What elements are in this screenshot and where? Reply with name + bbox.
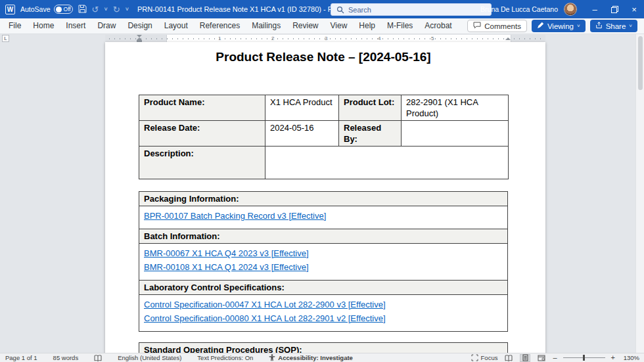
ruler-bar: 1 2 3 4 5: [105, 35, 545, 42]
scrollbar-thumb[interactable]: [638, 36, 643, 90]
autosave-control: AutoSave Off: [20, 5, 73, 14]
share-caret-icon: ˅: [629, 23, 632, 29]
document-page[interactable]: Product Release Note – [2024-05-16] Prod…: [105, 42, 545, 353]
vertical-scrollbar[interactable]: [635, 34, 644, 353]
proofing-book-icon[interactable]: [94, 355, 102, 361]
ribbon-tabs: File Home Insert Draw Design Layout Refe…: [0, 18, 458, 34]
tab-insert[interactable]: Insert: [60, 18, 91, 34]
comments-button[interactable]: Comments: [467, 20, 527, 32]
comments-button-label: Comments: [484, 22, 521, 30]
read-mode-button[interactable]: [503, 354, 514, 362]
section-heading-sop: Standard Operating Procedures (SOP):: [139, 343, 508, 353]
description-value: [265, 147, 509, 179]
tab-help[interactable]: Help: [353, 18, 381, 34]
table-row: BMR-00067 X1 HCA Q4 2023 v3 [Effective] …: [139, 244, 508, 281]
table-row: Packaging Information:: [139, 192, 508, 206]
word-count[interactable]: 85 words: [53, 354, 79, 361]
product-name-label: Product Name:: [139, 95, 265, 121]
minimize-icon: –: [592, 5, 597, 14]
table-row: Description:: [139, 147, 509, 179]
undo-caret-icon[interactable]: ˅: [104, 7, 107, 12]
tab-m-files[interactable]: M-Files: [381, 18, 419, 34]
accessibility-status[interactable]: Accessibility: Investigate: [269, 354, 353, 361]
status-bar-left: Page 1 of 1 85 words English (United Sta…: [0, 354, 369, 361]
doc-link[interactable]: Control Specification-00047 X1 HCA Lot 2…: [144, 298, 386, 311]
zoom-slider[interactable]: [563, 357, 605, 358]
zoom-level[interactable]: 130%: [621, 354, 639, 361]
product-info-table: Product Name: X1 HCA Product Product Lot…: [139, 95, 509, 179]
right-indent-marker[interactable]: [505, 37, 511, 40]
close-button[interactable]: ×: [624, 0, 644, 18]
print-layout-button[interactable]: [520, 354, 530, 362]
share-button-label: Share: [606, 22, 626, 30]
ruler-tab-glyph: L: [4, 36, 7, 41]
section-heading-batch: Batch Information:: [139, 229, 508, 244]
title-bar: W AutoSave Off ↺ ˅ ↻ ˅ PRN-00141 Product…: [0, 0, 644, 18]
restore-button[interactable]: [605, 0, 624, 18]
ribbon-tab-row: File Home Insert Draw Design Layout Refe…: [0, 18, 644, 34]
comment-bubble-icon: [473, 22, 481, 30]
minimize-button[interactable]: –: [585, 0, 605, 18]
doc-link[interactable]: Control Specification-00080 X1 HCA Lot 2…: [144, 311, 386, 325]
product-name-value: X1 HCA Product: [265, 95, 339, 121]
doc-link[interactable]: BMR-00067 X1 HCA Q4 2023 v3 [Effective]: [144, 246, 309, 260]
viewing-mode-button[interactable]: Viewing ˅: [532, 20, 586, 32]
viewing-button-label: Viewing: [547, 22, 574, 30]
release-links-table: Packaging Information: BPR-00107 Batch P…: [139, 191, 508, 332]
tab-file[interactable]: File: [3, 18, 27, 34]
zoom-in-button[interactable]: +: [611, 354, 615, 361]
title-bar-right: Bruna De Lucca Caetano – ×: [480, 0, 644, 18]
ruler-tab-selector[interactable]: L: [2, 35, 9, 42]
restore-icon: [611, 6, 618, 13]
redo-icon[interactable]: ↻: [113, 5, 120, 14]
undo-icon[interactable]: ↺: [92, 5, 99, 14]
sop-table: Standard Operating Procedures (SOP): SOP…: [139, 342, 508, 353]
table-row: Standard Operating Procedures (SOP):: [139, 343, 508, 353]
product-lot-value: 282-2901 (X1 HCA Product): [402, 95, 509, 121]
tab-layout[interactable]: Layout: [158, 18, 194, 34]
section-links-packaging: BPR-00107 Batch Packing Record v3 [Effec…: [139, 206, 508, 229]
ruler-number: 5: [431, 35, 434, 42]
zoom-slider-thumb[interactable]: [583, 355, 585, 361]
autosave-toggle-state: Off: [64, 7, 71, 12]
tab-draw[interactable]: Draw: [91, 18, 122, 34]
focus-mode-button[interactable]: Focus: [471, 354, 498, 361]
status-bar: Page 1 of 1 85 words English (United Sta…: [0, 353, 644, 362]
tab-acrobat[interactable]: Acrobat: [419, 18, 457, 34]
text-predictions[interactable]: Text Predictions: On: [197, 354, 253, 361]
zoom-out-button[interactable]: –: [553, 354, 557, 361]
word-app-icon[interactable]: W: [5, 5, 15, 14]
pen-icon: [537, 22, 544, 30]
web-layout-button[interactable]: [536, 354, 547, 362]
search-input[interactable]: [348, 6, 470, 14]
autosave-toggle[interactable]: Off: [54, 5, 73, 14]
tab-references[interactable]: References: [194, 18, 246, 34]
tab-mailings[interactable]: Mailings: [246, 18, 287, 34]
tab-review[interactable]: Review: [287, 18, 324, 34]
section-links-lab-specs: Control Specification-00047 X1 HCA Lot 2…: [139, 295, 508, 332]
page-count[interactable]: Page 1 of 1: [5, 354, 37, 361]
search-bar[interactable]: [331, 3, 492, 16]
doc-link[interactable]: BMR-00108 X1 HCA Q1 2024 v3 [Effective]: [144, 260, 309, 274]
doc-link[interactable]: BPR-00107 Batch Packing Record v3 [Effec…: [144, 209, 326, 223]
quick-access-toolbar: W AutoSave Off ↺ ˅ ↻ ˅: [0, 5, 129, 14]
tab-view[interactable]: View: [325, 18, 354, 34]
section-heading-packaging: Packaging Information:: [139, 192, 508, 206]
ruler-number: 1: [218, 35, 221, 42]
table-row: Product Name: X1 HCA Product Product Lot…: [139, 95, 509, 121]
user-name[interactable]: Bruna De Lucca Caetano: [480, 5, 558, 13]
customize-qat-icon[interactable]: ˅: [126, 7, 129, 12]
tab-home[interactable]: Home: [27, 18, 60, 34]
share-button[interactable]: Share ˅: [590, 20, 637, 32]
section-links-batch: BMR-00067 X1 HCA Q4 2023 v3 [Effective] …: [139, 244, 508, 281]
save-icon[interactable]: [78, 5, 87, 14]
table-row: Release Date: 2024-05-16 Released By:: [139, 121, 509, 147]
user-avatar[interactable]: [564, 3, 577, 16]
ruler-number: 2: [271, 35, 274, 42]
section-heading-lab-specs: Laboratory Control Specifications:: [139, 281, 508, 295]
tab-design[interactable]: Design: [122, 18, 158, 34]
accessibility-icon: [269, 354, 275, 361]
ribbon-right-buttons: Comments Viewing ˅ Share ˅: [467, 20, 644, 32]
autosave-label: AutoSave: [20, 5, 51, 13]
language-indicator[interactable]: English (United States): [118, 354, 181, 361]
